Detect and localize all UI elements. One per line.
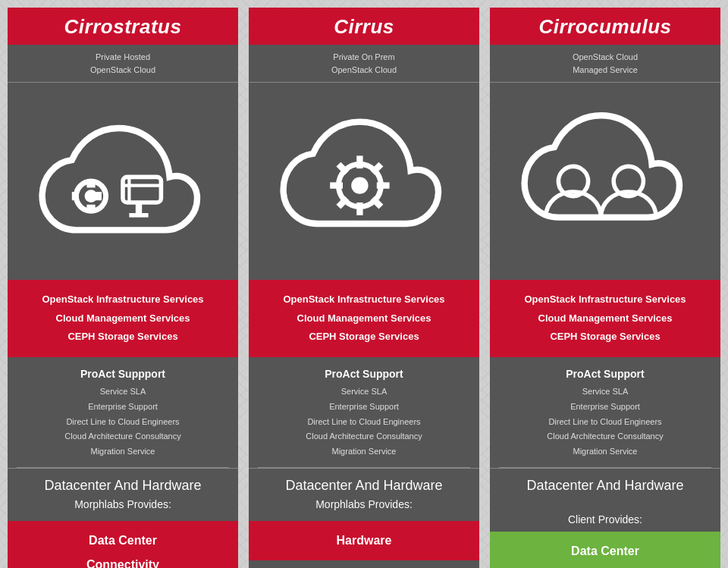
- proact-item: Migration Service: [258, 444, 470, 460]
- datacenter-title: Datacenter And Hardware: [499, 478, 711, 494]
- cirrostratus-subtitle: Private HostedOpenStack Cloud: [8, 45, 238, 83]
- cirrocumulus-client-items: Data CenterConnectivityHardware: [490, 532, 720, 568]
- service-item: CEPH Storage Services: [499, 328, 711, 347]
- datacenter-title: Datacenter And Hardware: [258, 478, 470, 494]
- cirrocumulus-icon-area: [490, 83, 720, 280]
- cirrocumulus-datacenter: Datacenter And Hardware: [490, 468, 720, 504]
- cirrocumulus-subtitle: OpenStack CloudManaged Service: [490, 45, 720, 83]
- svg-rect-3: [72, 192, 78, 200]
- cirrostratus-morphlabs-items: Data CenterConnectivityHardware: [8, 521, 238, 568]
- proact-item: Direct Line to Cloud Engineers: [17, 415, 229, 430]
- proact-item: Cloud Architecture Consultancy: [499, 429, 711, 444]
- cirrostratus-header: Cirrostratus: [8, 8, 238, 45]
- service-item: OpenStack Infrastructure Services: [17, 290, 229, 309]
- subtitle-line: OpenStack Cloud: [258, 64, 470, 77]
- cirrocumulus-proact: ProAct SupportService SLAEnterprise Supp…: [490, 357, 720, 467]
- datacenter-title: Datacenter And Hardware: [17, 478, 229, 494]
- proact-title: ProAct Support: [258, 368, 470, 380]
- proact-item: Enterprise Support: [499, 400, 711, 415]
- proact-item: Service SLA: [258, 384, 470, 400]
- card-cirrocumulus: CirrocumulusOpenStack CloudManaged Servi…: [490, 8, 720, 568]
- cirrostratus-title: Cirrostratus: [17, 15, 229, 39]
- cirrostratus-icon-area: [8, 83, 238, 280]
- svg-line-18: [372, 198, 381, 206]
- client-item: Connectivity: [499, 563, 711, 568]
- svg-point-12: [351, 177, 368, 193]
- cirrus-header: Cirrus: [249, 8, 479, 45]
- svg-line-19: [372, 165, 381, 173]
- service-item: Cloud Management Services: [499, 309, 711, 328]
- service-item: OpenStack Infrastructure Services: [499, 290, 711, 309]
- proact-item: Service SLA: [499, 384, 711, 400]
- cirrus-proact: ProAct SupportService SLAEnterprise Supp…: [249, 357, 479, 467]
- cirrostratus-services: OpenStack Infrastructure ServicesCloud M…: [8, 280, 238, 357]
- cirrus-subtitle: Private On PremOpenStack Cloud: [249, 45, 479, 83]
- proact-item: Migration Service: [499, 444, 711, 460]
- proact-title: ProAct Support: [499, 368, 711, 380]
- morphlabs-item: Connectivity: [17, 553, 229, 568]
- morphlabs-item: Hardware: [258, 529, 470, 553]
- service-item: Cloud Management Services: [258, 309, 470, 328]
- subtitle-line: OpenStack Cloud: [17, 64, 229, 77]
- svg-line-17: [338, 165, 347, 173]
- main-container: CirrostratusPrivate HostedOpenStack Clou…: [8, 8, 720, 568]
- card-cirrus: CirrusPrivate On PremOpenStack Cloud Ope…: [249, 8, 479, 568]
- subtitle-line: Managed Service: [499, 64, 711, 77]
- cirrocumulus-services: OpenStack Infrastructure ServicesCloud M…: [490, 280, 720, 357]
- proact-item: Service SLA: [17, 384, 229, 400]
- svg-point-5: [85, 190, 98, 202]
- cirrocumulus-title: Cirrocumulus: [499, 15, 711, 39]
- proact-item: Enterprise Support: [258, 400, 470, 415]
- svg-line-20: [338, 198, 347, 206]
- proact-item: Cloud Architecture Consultancy: [17, 429, 229, 444]
- proact-item: Enterprise Support: [17, 400, 229, 415]
- cirrus-icon-area: [249, 83, 479, 280]
- client-item: Data Center: [499, 539, 711, 563]
- subtitle-line: Private On Prem: [258, 51, 470, 64]
- morphlabs-item: Data Center: [17, 529, 229, 553]
- subtitle-line: Private Hosted: [17, 51, 229, 64]
- proact-item: Migration Service: [17, 444, 229, 460]
- proact-item: Direct Line to Cloud Engineers: [258, 415, 470, 430]
- cirrocumulus-header: Cirrocumulus: [490, 8, 720, 45]
- proact-item: Cloud Architecture Consultancy: [258, 429, 470, 444]
- svg-rect-1: [86, 181, 95, 187]
- cirrostratus-datacenter: Datacenter And HardwareMorphlabs Provide…: [8, 468, 238, 521]
- svg-rect-2: [86, 205, 95, 211]
- cirrocumulus-client-label: Client Provides:: [490, 510, 720, 527]
- service-item: Cloud Management Services: [17, 309, 229, 328]
- card-cirrostratus: CirrostratusPrivate HostedOpenStack Clou…: [8, 8, 238, 568]
- cirrus-datacenter: Datacenter And HardwareMorphlabs Provide…: [249, 468, 479, 521]
- cirrostratus-proact: ProAct SuppportService SLAEnterprise Sup…: [8, 357, 238, 467]
- subtitle-line: OpenStack Cloud: [499, 51, 711, 64]
- svg-rect-9: [136, 202, 142, 213]
- cirrus-services: OpenStack Infrastructure ServicesCloud M…: [249, 280, 479, 357]
- svg-rect-10: [129, 213, 148, 218]
- morphlabs-label: Morphlabs Provides:: [17, 498, 229, 510]
- proact-title: ProAct Suppport: [17, 368, 229, 380]
- cirrus-morphlabs-items: Hardware: [249, 521, 479, 560]
- cirrus-title: Cirrus: [258, 15, 470, 39]
- proact-item: Direct Line to Cloud Engineers: [499, 415, 711, 430]
- service-item: OpenStack Infrastructure Services: [258, 290, 470, 309]
- morphlabs-label: Morphlabs Provides:: [258, 498, 470, 510]
- service-item: CEPH Storage Services: [17, 328, 229, 347]
- service-item: CEPH Storage Services: [258, 328, 470, 347]
